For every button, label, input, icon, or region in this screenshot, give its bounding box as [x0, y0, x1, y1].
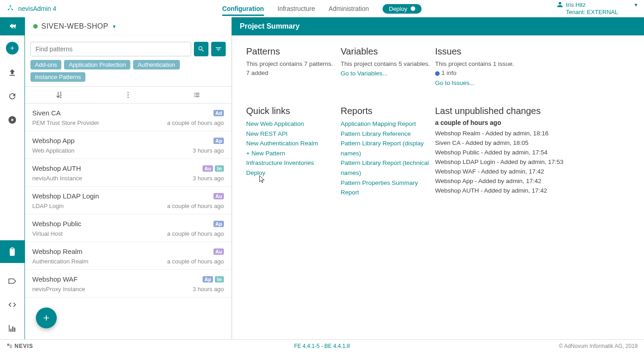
project-selector[interactable]: SIVEN-WEB-SHOP ▼ [25, 17, 232, 35]
pattern-toolbar [25, 86, 231, 104]
refresh-icon[interactable] [7, 91, 18, 102]
reports-title: Reports [341, 106, 431, 116]
pattern-subtitle: nevisProxy Instance [32, 286, 193, 293]
deploy-label: Deploy [389, 5, 407, 12]
pattern-title: Webshop Public [32, 220, 213, 228]
report-link[interactable]: Pattern Library Report (display names) [341, 139, 431, 158]
chevron-down-icon: ▾ [634, 1, 638, 8]
filter-chip[interactable]: Application Protection [64, 60, 130, 69]
svg-point-5 [128, 97, 129, 98]
patterns-added-text: 7 added [246, 69, 337, 78]
pattern-item[interactable]: Webshop WAFApInnevisProxy Instance3 hour… [25, 270, 231, 297]
rail-add-button[interactable] [6, 42, 19, 55]
pattern-time: a couple of hours ago [167, 230, 224, 237]
svg-rect-6 [7, 343, 10, 346]
pattern-item[interactable]: Webshop AUTHAuInnevisAuth Instance3 hour… [25, 159, 231, 187]
quick-link[interactable]: + New Pattern [246, 149, 337, 159]
svg-point-4 [128, 94, 129, 95]
svg-point-3 [128, 92, 129, 93]
page-title: Project Summary [232, 17, 644, 35]
issues-link[interactable]: Go to Issues... [435, 78, 629, 88]
variables-count-text: This project contains 5 variables. [341, 59, 431, 69]
footer-brand: NEVIS [6, 343, 33, 349]
pattern-time: a couple of hours ago [167, 119, 224, 126]
pattern-item[interactable]: Webshop LDAP LoginAuLDAP Logina couple o… [25, 187, 231, 214]
pattern-title: Webshop App [32, 137, 213, 144]
pattern-item[interactable]: Webshop PublicApVirtual Hosta couple of … [25, 214, 231, 242]
quick-link[interactable]: New Web Application [246, 119, 337, 129]
add-pattern-fab[interactable] [36, 307, 57, 328]
pattern-badge: In [215, 276, 224, 283]
footer-version: FE 4.4.1-5 - BE 4.4.1.8 [294, 343, 350, 349]
search-input[interactable] [30, 42, 191, 56]
pattern-badge: Ap [213, 138, 224, 144]
upload-icon[interactable] [7, 67, 18, 78]
issues-info-text: 1 info [441, 69, 456, 76]
report-link[interactable]: Pattern Library Report (technical names) [341, 158, 431, 178]
svg-rect-7 [10, 344, 12, 348]
tag-icon[interactable] [7, 276, 18, 287]
report-link[interactable]: Pattern Properties Summary Report [341, 178, 431, 198]
filter-chip[interactable]: Instance Patterns [30, 72, 85, 82]
pattern-title: Webshop AUTH [32, 164, 203, 172]
pattern-time: a couple of hours ago [167, 258, 224, 265]
footer-copyright: © AdNovum Informatik AG, 2019 [559, 343, 638, 349]
filter-button[interactable] [211, 42, 226, 56]
pattern-badge: Ad [213, 110, 224, 116]
variables-link[interactable]: Go to Variables... [341, 69, 431, 79]
change-item: Webshop Realm - Added by admin, 18:16 [435, 129, 629, 139]
patterns-panel: Add-onsApplication ProtectionAuthenticat… [25, 35, 232, 339]
pattern-item[interactable]: Siven CAAdPEM Trust Store Providera coup… [25, 104, 231, 131]
list-view-button[interactable] [163, 87, 231, 103]
status-dot-icon [33, 24, 38, 29]
quick-link[interactable]: New REST API [246, 129, 337, 139]
top-nav: Configuration Infrastructure Administrat… [222, 1, 421, 16]
chart-icon[interactable] [7, 323, 18, 334]
code-icon[interactable] [7, 299, 18, 310]
search-button[interactable] [194, 42, 208, 56]
pattern-badge: In [215, 165, 224, 172]
tenant-name: Tenant: EXTERNAL [566, 9, 618, 16]
footer-brand-text: NEVIS [15, 343, 33, 349]
brand-name: nevisAdmin 4 [18, 5, 56, 12]
sort-button[interactable] [25, 87, 94, 103]
pattern-badge: Ap [213, 221, 224, 227]
issues-count-text: This project contains 1 issue. [435, 59, 629, 69]
quick-link[interactable]: New Authentication Realm [246, 139, 337, 149]
more-button[interactable] [94, 87, 162, 103]
user-menu[interactable]: Iris Hitz Tenant: EXTERNAL ▾ [557, 1, 638, 15]
filter-chip[interactable]: Add-ons [30, 60, 61, 69]
filter-chip[interactable]: Authentication [133, 60, 179, 69]
left-rail [0, 35, 25, 339]
secondbar: SIVEN-WEB-SHOP ▼ Project Summary [0, 17, 644, 35]
quick-link[interactable]: Infrastructure Inventories [246, 158, 337, 168]
pattern-time: 3 hours ago [193, 286, 224, 293]
pattern-item[interactable]: Webshop RealmAuAuthentication Realma cou… [25, 242, 231, 270]
pattern-item[interactable]: Webshop AppApWeb Application3 hours ago [25, 131, 231, 159]
user-icon [557, 1, 563, 9]
change-item: Siven CA - Added by admin, 18:05 [435, 139, 629, 148]
quicklinks-title: Quick links [246, 106, 337, 116]
report-link[interactable]: Pattern Library Reference [341, 129, 431, 139]
pattern-subtitle: LDAP Login [32, 203, 167, 209]
sidebar-toggle[interactable] [0, 17, 25, 35]
report-link[interactable]: Application Mapping Report [341, 119, 431, 129]
clipboard-icon[interactable] [0, 240, 25, 263]
change-item: Webshop WAF - Added by admin, 17:42 [435, 167, 629, 177]
nav-infrastructure[interactable]: Infrastructure [277, 1, 315, 16]
brand[interactable]: nevisAdmin 4 [6, 4, 56, 14]
user-name: Iris Hitz [566, 1, 618, 9]
project-name: SIVEN-WEB-SHOP [41, 22, 108, 30]
issues-title: Issues [435, 46, 629, 57]
pattern-title: Webshop LDAP Login [32, 192, 213, 200]
play-icon[interactable] [7, 114, 18, 125]
chevron-down-icon: ▼ [112, 24, 116, 29]
variables-title: Variables [341, 46, 431, 57]
pattern-badge: Au [213, 193, 224, 199]
pattern-title: Siven CA [32, 109, 213, 117]
pattern-badge: Au [213, 248, 224, 255]
nav-configuration[interactable]: Configuration [222, 1, 264, 16]
deploy-button[interactable]: Deploy [382, 4, 421, 14]
nav-administration[interactable]: Administration [329, 1, 369, 16]
changes-when: a couple of hours ago [435, 119, 629, 126]
